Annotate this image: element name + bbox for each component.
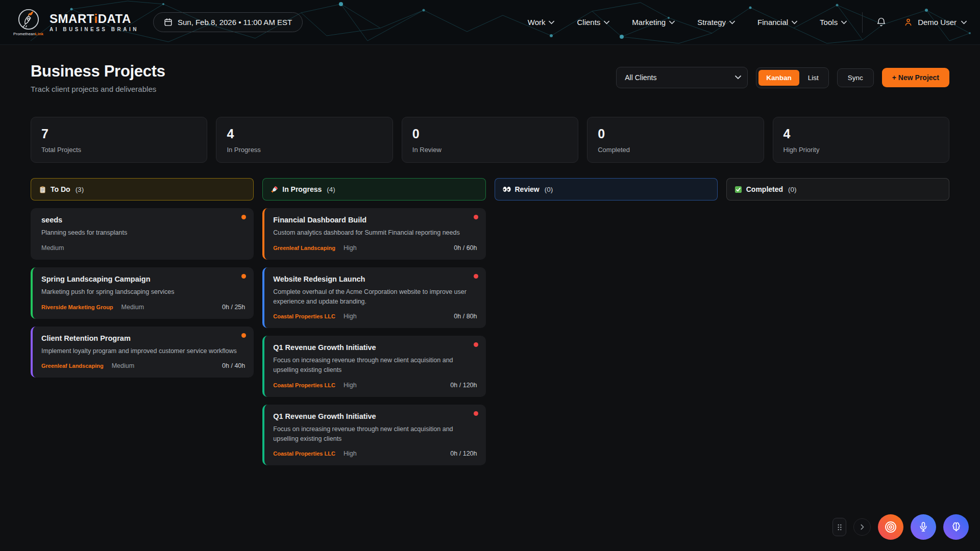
card-hours: 0h / 25h bbox=[222, 304, 245, 311]
chevron-down-icon bbox=[549, 20, 554, 24]
column-title: Review bbox=[515, 185, 540, 193]
chevron-down-icon bbox=[792, 20, 797, 24]
floating-action-bar bbox=[832, 514, 969, 540]
nav-item-tools[interactable]: Tools bbox=[820, 18, 847, 27]
collapse-button[interactable] bbox=[853, 518, 871, 536]
ai-assistant-button[interactable] bbox=[943, 514, 969, 540]
column-header: Completed (0) bbox=[726, 178, 949, 201]
card-client: Coastal Properties LLC bbox=[273, 313, 335, 319]
stat-label: In Progress bbox=[227, 146, 382, 154]
promethean-logo-icon bbox=[17, 8, 40, 31]
eyes-icon bbox=[503, 186, 511, 192]
view-toggle: Kanban List bbox=[756, 67, 829, 88]
nav-item-strategy[interactable]: Strategy bbox=[697, 18, 735, 27]
kanban-column-completed: Completed (0) bbox=[726, 178, 949, 208]
nav-item-label: Financial bbox=[757, 18, 788, 27]
nav-item-label: Strategy bbox=[697, 18, 726, 27]
card-description: Implement loyalty program and improved c… bbox=[41, 346, 245, 356]
column-header: Review (0) bbox=[495, 178, 718, 201]
chevron-down-icon bbox=[729, 20, 735, 24]
kanban-view-button[interactable]: Kanban bbox=[758, 70, 799, 86]
card-priority: High bbox=[344, 450, 357, 457]
rocket-icon bbox=[271, 186, 278, 193]
list-view-button[interactable]: List bbox=[800, 70, 826, 86]
nav-item-marketing[interactable]: Marketing bbox=[632, 18, 675, 27]
client-filter-select[interactable]: All Clients bbox=[616, 67, 748, 88]
card-title: Financial Dashboard Build bbox=[273, 216, 477, 224]
stat-label: Completed bbox=[598, 146, 753, 154]
card-priority: Medium bbox=[121, 304, 144, 311]
stats-row: 7 Total Projects 4 In Progress 0 In Revi… bbox=[31, 117, 949, 163]
project-card-financial-dashboard-build[interactable]: Financial Dashboard Build Custom analyti… bbox=[262, 208, 485, 260]
logo-caption: PrometheanLink bbox=[13, 32, 43, 36]
column-cards: seeds Planning seeds for transplants Med… bbox=[31, 208, 254, 378]
card-footer: Coastal Properties LLC High 0h / 120h bbox=[273, 382, 477, 389]
card-footer: Greenleaf Landscaping High 0h / 60h bbox=[273, 244, 477, 252]
nav-right: Demo User bbox=[847, 12, 967, 33]
column-header: In Progress (4) bbox=[262, 178, 485, 201]
card-client: Coastal Properties LLC bbox=[273, 382, 335, 388]
top-navbar: PrometheanLink SMARTiDATA AI BUSINESS BR… bbox=[0, 0, 980, 45]
card-description: Focus on increasing revenue through new … bbox=[273, 424, 477, 444]
card-hours: 0h / 120h bbox=[450, 450, 477, 457]
card-hours: 0h / 120h bbox=[450, 382, 477, 389]
nav-menu: Work Clients Marketing Strategy Financia… bbox=[528, 18, 847, 27]
sync-button[interactable]: Sync bbox=[837, 68, 874, 87]
chevron-down-icon bbox=[841, 20, 847, 24]
project-card-client-retention-program[interactable]: Client Retention Program Implement loyal… bbox=[31, 327, 254, 378]
priority-dot bbox=[474, 274, 478, 279]
user-menu[interactable]: Demo User bbox=[903, 17, 967, 27]
project-card-q1-revenue-growth-initiative[interactable]: Q1 Revenue Growth Initiative Focus on in… bbox=[262, 336, 485, 397]
page-header: Business Projects Track client projects … bbox=[31, 62, 949, 93]
person-icon bbox=[903, 17, 913, 27]
card-title: Spring Landscaping Campaign bbox=[41, 275, 245, 283]
card-client: Greenleaf Landscaping bbox=[41, 363, 104, 369]
card-hours: 0h / 60h bbox=[454, 244, 477, 252]
card-footer: Coastal Properties LLC High 0h / 120h bbox=[273, 450, 477, 457]
priority-dot bbox=[474, 215, 478, 219]
column-header: To Do (3) bbox=[31, 178, 254, 201]
card-description: Custom analytics dashboard for Summit Fi… bbox=[273, 228, 477, 238]
card-title: Website Redesign Launch bbox=[273, 275, 477, 283]
project-card-website-redesign-launch[interactable]: Website Redesign Launch Complete overhau… bbox=[262, 267, 485, 329]
project-card-spring-landscaping-campaign[interactable]: Spring Landscaping Campaign Marketing pu… bbox=[31, 267, 254, 319]
main-content: Business Projects Track client projects … bbox=[0, 62, 980, 465]
card-hours: 0h / 80h bbox=[454, 313, 477, 320]
nav-item-financial[interactable]: Financial bbox=[757, 18, 797, 27]
chevron-down-icon bbox=[961, 20, 967, 24]
nav-item-clients[interactable]: Clients bbox=[577, 18, 609, 27]
nav-item-label: Marketing bbox=[632, 18, 666, 27]
card-footer: Greenleaf Landscaping Medium 0h / 40h bbox=[41, 362, 245, 369]
stat-value: 0 bbox=[412, 127, 568, 141]
kanban-column-review: Review (0) bbox=[495, 178, 718, 208]
card-description: Focus on increasing revenue through new … bbox=[273, 356, 477, 375]
project-card-seeds[interactable]: seeds Planning seeds for transplants Med… bbox=[31, 208, 254, 260]
stat-label: Total Projects bbox=[41, 146, 197, 154]
nav-item-work[interactable]: Work bbox=[528, 18, 555, 27]
new-project-button[interactable]: + New Project bbox=[882, 68, 949, 87]
bell-icon bbox=[876, 17, 887, 28]
notifications-button[interactable] bbox=[876, 16, 888, 29]
brand-text: SMARTiDATA AI BUSINESS BRAIN bbox=[50, 12, 139, 33]
project-card-q1-revenue-growth-initiative[interactable]: Q1 Revenue Growth Initiative Focus on in… bbox=[262, 405, 485, 466]
card-title: seeds bbox=[41, 216, 245, 224]
stat-value: 7 bbox=[41, 127, 197, 141]
card-description: Marketing push for spring landscaping se… bbox=[41, 287, 245, 297]
page-title: Business Projects bbox=[31, 62, 165, 81]
card-priority: High bbox=[344, 382, 357, 389]
card-priority: Medium bbox=[41, 244, 64, 252]
priority-dot bbox=[474, 342, 478, 347]
page-subtitle: Track client projects and deliverables bbox=[31, 85, 165, 93]
kanban-board: To Do (3) seeds Planning seeds for trans… bbox=[31, 178, 949, 465]
page-title-block: Business Projects Track client projects … bbox=[31, 62, 165, 93]
voice-button[interactable] bbox=[911, 514, 936, 540]
card-description: Planning seeds for transplants bbox=[41, 228, 245, 238]
kanban-column-inprogress: In Progress (4) Financial Dashboard Buil… bbox=[262, 178, 485, 465]
nav-divider bbox=[862, 12, 863, 33]
card-client: Riverside Marketing Group bbox=[41, 304, 113, 310]
drag-handle[interactable] bbox=[832, 518, 846, 536]
card-priority: High bbox=[344, 244, 357, 252]
target-button[interactable] bbox=[878, 514, 903, 540]
datetime-text: Sun, Feb 8, 2026 • 11:00 AM EST bbox=[178, 18, 292, 27]
chevron-down-icon bbox=[604, 20, 609, 24]
